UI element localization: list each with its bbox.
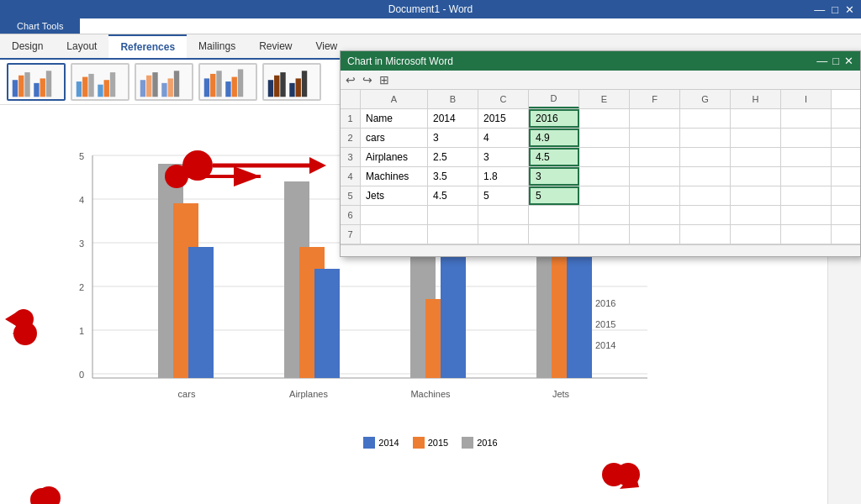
ss-cell-E5[interactable] — [579, 186, 630, 205]
tab-mailings[interactable]: Mailings — [187, 34, 247, 58]
ss-cell-A6[interactable] — [361, 206, 428, 224]
ss-cell-G3[interactable] — [680, 148, 731, 166]
ss-cell-A4[interactable]: Machines — [361, 167, 428, 186]
ss-edit-button[interactable]: ⊞ — [379, 73, 389, 87]
ss-cell-G7[interactable] — [680, 225, 731, 244]
ss-cell-E4[interactable] — [579, 167, 630, 186]
ss-cell-A3[interactable]: Airplanes — [361, 148, 428, 166]
ss-col-G[interactable]: G — [680, 90, 731, 108]
ss-col-C[interactable]: C — [478, 90, 529, 108]
ss-undo-button[interactable]: ↩ — [346, 73, 356, 87]
ss-cell-B7[interactable] — [428, 225, 478, 244]
svg-text:0: 0 — [79, 370, 84, 380]
ss-cell-E3[interactable] — [579, 148, 630, 166]
ss-cell-D6[interactable] — [529, 206, 579, 224]
ss-cell-E1[interactable] — [579, 109, 630, 128]
ss-col-F[interactable]: F — [630, 90, 680, 108]
ss-cell-F1[interactable] — [630, 109, 680, 128]
ss-cell-B6[interactable] — [428, 206, 478, 224]
ss-cell-D1[interactable]: 2016 — [529, 109, 579, 128]
ss-col-I[interactable]: I — [781, 90, 832, 108]
ss-redo-button[interactable]: ↪ — [362, 73, 372, 87]
ss-cell-I2[interactable] — [781, 129, 832, 147]
chart-style-thumb-2[interactable] — [71, 63, 129, 101]
maximize-button[interactable]: □ — [832, 3, 838, 16]
ss-close-button[interactable]: ✕ — [844, 55, 853, 67]
ss-cell-D5[interactable]: 5 — [529, 186, 579, 205]
ss-cell-A7[interactable] — [361, 225, 428, 244]
tab-review[interactable]: Review — [247, 34, 304, 58]
ss-cell-F7[interactable] — [630, 225, 680, 244]
ss-cell-H2[interactable] — [731, 129, 781, 147]
chart-style-thumb-5[interactable] — [262, 63, 321, 101]
ss-cell-H3[interactable] — [731, 148, 781, 166]
chart-style-thumb-3[interactable] — [135, 63, 193, 101]
tab-design[interactable]: Design — [0, 34, 55, 58]
ss-cell-E7[interactable] — [579, 225, 630, 244]
ss-cell-I3[interactable] — [781, 148, 832, 166]
ss-row-7: 7 — [341, 225, 860, 244]
ss-cell-E2[interactable] — [579, 129, 630, 147]
ss-cell-B5[interactable]: 4.5 — [428, 186, 478, 205]
ss-cell-H4[interactable] — [731, 167, 781, 186]
svg-text:2016: 2016 — [595, 298, 615, 308]
ss-cell-B1[interactable]: 2014 — [428, 109, 478, 128]
ss-cell-G2[interactable] — [680, 129, 731, 147]
ss-cell-G1[interactable] — [680, 109, 731, 128]
tab-layout[interactable]: Layout — [55, 34, 108, 58]
ss-cell-C1[interactable]: 2015 — [478, 109, 529, 128]
ss-cell-H5[interactable] — [731, 186, 781, 205]
ss-cell-H6[interactable] — [731, 206, 781, 224]
ss-col-D[interactable]: D — [529, 90, 579, 108]
svg-rect-7 — [82, 77, 87, 97]
tab-references[interactable]: References — [108, 34, 187, 58]
ss-col-H[interactable]: H — [731, 90, 781, 108]
ss-cell-C5[interactable]: 5 — [478, 186, 529, 205]
ss-cell-B4[interactable]: 3.5 — [428, 167, 478, 186]
ss-cell-D3[interactable]: 4.5 — [529, 148, 579, 166]
ss-cell-A1[interactable]: Name — [361, 109, 428, 128]
minimize-button[interactable]: — — [814, 3, 825, 16]
ss-cell-G6[interactable] — [680, 206, 731, 224]
ss-cell-D4[interactable]: 3 — [529, 167, 579, 186]
ss-cell-I5[interactable] — [781, 186, 832, 205]
ss-cell-E6[interactable] — [579, 206, 630, 224]
ss-cell-F6[interactable] — [630, 206, 680, 224]
spreadsheet-scrollbar-h[interactable] — [341, 244, 860, 256]
ss-cell-C6[interactable] — [478, 206, 529, 224]
ss-cell-C2[interactable]: 4 — [478, 129, 529, 147]
ss-cell-F4[interactable] — [630, 167, 680, 186]
ss-cell-G4[interactable] — [680, 167, 731, 186]
ss-cell-I1[interactable] — [781, 109, 832, 128]
ss-cell-C3[interactable]: 3 — [478, 148, 529, 166]
annotation-left-arrow — [5, 310, 20, 328]
ss-cell-F5[interactable] — [630, 186, 680, 205]
ss-cell-B3[interactable]: 2.5 — [428, 148, 478, 166]
spreadsheet-window-controls[interactable]: — □ ✕ — [816, 55, 853, 67]
ss-cell-H7[interactable] — [731, 225, 781, 244]
ss-cell-C7[interactable] — [478, 225, 529, 244]
ss-cell-D2[interactable]: 4.9 — [529, 129, 579, 147]
ss-col-E[interactable]: E — [579, 90, 630, 108]
window-controls[interactable]: — □ ✕ — [814, 3, 854, 16]
chart-style-thumb-4[interactable] — [198, 63, 257, 101]
bar-airplanes-2014 — [314, 269, 340, 378]
ss-minimize-button[interactable]: — — [816, 55, 827, 67]
close-button[interactable]: ✕ — [845, 3, 854, 16]
ss-cell-H1[interactable] — [731, 109, 781, 128]
ss-cell-F2[interactable] — [630, 129, 680, 147]
ss-cell-A5[interactable]: Jets — [361, 186, 428, 205]
ss-col-A[interactable]: A — [361, 90, 428, 108]
ss-cell-A2[interactable]: cars — [361, 129, 428, 147]
ss-cell-I7[interactable] — [781, 225, 832, 244]
ss-maximize-button[interactable]: □ — [832, 55, 839, 67]
ss-col-B[interactable]: B — [428, 90, 478, 108]
ss-cell-B2[interactable]: 3 — [428, 129, 478, 147]
ss-cell-G5[interactable] — [680, 186, 731, 205]
ss-cell-I4[interactable] — [781, 167, 832, 186]
ss-cell-C4[interactable]: 1.8 — [478, 167, 529, 186]
ss-cell-D7[interactable] — [529, 225, 579, 244]
ss-cell-F3[interactable] — [630, 148, 680, 166]
ss-cell-I6[interactable] — [781, 206, 832, 224]
chart-style-thumb-1[interactable] — [7, 63, 66, 101]
